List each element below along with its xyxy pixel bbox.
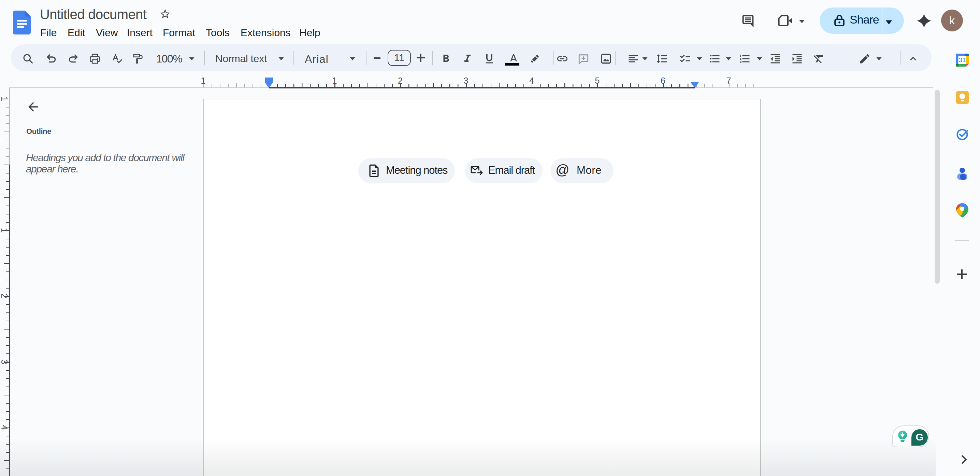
svg-text:31: 31 [958, 56, 966, 64]
